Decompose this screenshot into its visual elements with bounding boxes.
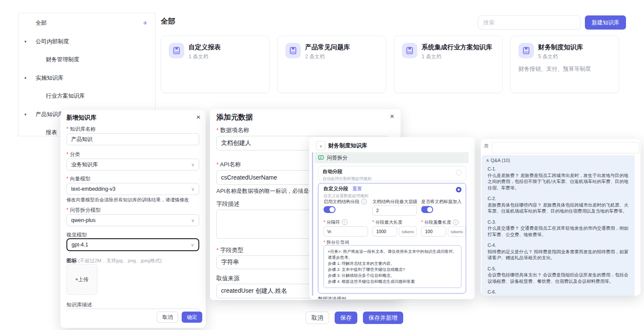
- vector-model-label: 向量模型: [66, 175, 90, 183]
- close-icon[interactable]: ×: [390, 113, 394, 120]
- qa-model-label: 问答拆分模型: [66, 207, 101, 214]
- max-level-label: 文档结构分段最大层级: [372, 199, 417, 205]
- auto-segment-title: 自动分段: [323, 168, 461, 175]
- sidebar-item-label: 全部: [36, 19, 47, 27]
- qa-section-header[interactable]: ∧ Q&A (10): [486, 158, 629, 163]
- auto-segment-subtitle: 自动处理分割和预处理规则: [323, 176, 461, 182]
- overlap-input[interactable]: 100: [421, 226, 446, 237]
- book-icon: [169, 43, 184, 58]
- reset-link[interactable]: 重置: [353, 186, 362, 192]
- chevron-down-icon: ∨: [191, 242, 194, 248]
- qa-item-id: C-4.: [488, 242, 629, 249]
- sidebar-item[interactable]: ▾ 公司内部制度: [18, 33, 155, 51]
- vector-model-select[interactable]: text-embedding-v3 ∨: [66, 183, 199, 195]
- tokens-unit: tokens: [448, 226, 466, 237]
- qa-item-id: C-1.: [488, 166, 629, 172]
- add-category-icon[interactable]: +: [143, 19, 147, 27]
- category-select[interactable]: 业务知识库 ∨: [66, 159, 199, 171]
- qa-split-icon: [318, 155, 324, 161]
- kb-card-title: 产品常见问题库: [305, 43, 350, 51]
- qa-list: C-1. 什么是差旅费？ 差旅费是指员工跨城市出差时，发生于出发地与目的地之间的…: [486, 166, 629, 296]
- separator-input[interactable]: \n: [323, 226, 368, 237]
- qa-item-text: 什么是培训费？ 培训费是指组织进行内部或外部培训时所发生的费用，包括内训和外训的…: [488, 296, 628, 296]
- back-button[interactable]: ‹: [316, 141, 326, 150]
- dialog-title: 新增知识库: [66, 114, 96, 122]
- chevron-down-icon[interactable]: ▾: [24, 76, 36, 80]
- auto-segment-option[interactable]: 自动分段 自动处理分割和预处理规则: [318, 166, 466, 181]
- qa-item[interactable]: C-4. 招待费的定义是什么？ 招待费是指因业务需要而发生的招待费用，如宴请客户…: [488, 242, 629, 261]
- clipped-input[interactable]: [492, 142, 639, 153]
- kb-card-title: 系统集成行业方案知识库: [422, 43, 492, 51]
- dialog-title: 添加元数据: [216, 112, 253, 122]
- upload-button[interactable]: +上传: [66, 264, 97, 295]
- cancel-button[interactable]: 取消: [306, 312, 329, 324]
- info-icon: i: [342, 219, 347, 225]
- sidebar-item[interactable]: ▾ 财务管理制度: [18, 51, 155, 69]
- kb-card[interactable]: 自定义报表 1 条文档: [161, 36, 270, 93]
- max-level-input[interactable]: 2: [372, 205, 417, 216]
- metadata-dialog-footer: 取消 保存 保存并新增: [306, 312, 403, 324]
- max-len-input[interactable]: 1000: [372, 226, 397, 237]
- vision-model-select[interactable]: gpt-4.1 ∨: [66, 238, 199, 251]
- field-type-label: 字段类型: [216, 246, 243, 254]
- kb-card[interactable]: 财务制度知识库 5 条文档 财务报销、支付、预算等制度: [510, 36, 619, 93]
- sidebar-item-label: 行业方案知识库: [36, 92, 85, 100]
- custom-segment-subtitle: 自定义设置数据处理规则: [323, 193, 466, 199]
- qa-item[interactable]: C-6. 什么是培训费？ 培训费是指组织进行内部或外部培训时所发生的费用，包括内…: [488, 289, 629, 296]
- vision-model-label: 视觉模型: [66, 231, 87, 239]
- qa-item-text: 什么是交通费？ 交通费是指员工在其常驻地发生的市内交通费用，例如打车费、公交费、…: [488, 225, 628, 237]
- prompt-label: 拆分引导词: [323, 240, 349, 246]
- custom-segment-title: 自定义分段: [323, 186, 348, 192]
- kb-card[interactable]: 产品常见问题库 2 条文档: [277, 36, 386, 93]
- kb-card-doc-count: 5 条文档: [538, 53, 558, 60]
- kb-card-title: 财务制度知识库: [538, 43, 583, 51]
- tab-label: 问答拆分: [327, 154, 347, 162]
- qa-model-select[interactable]: qwen-plus ∨: [66, 214, 199, 226]
- info-icon: i: [453, 219, 458, 225]
- kb-name-label: 知识库名称: [66, 126, 96, 133]
- chevron-down-icon: ∨: [191, 162, 195, 168]
- chevron-down-icon[interactable]: ▾: [24, 39, 36, 44]
- scrollbar[interactable]: [312, 152, 313, 296]
- title-chip-toggle[interactable]: [421, 206, 433, 213]
- save-button[interactable]: 保存: [335, 312, 357, 324]
- kb-name-input[interactable]: 产品知识: [66, 133, 199, 145]
- knowledge-base-app: 全部 + ▾ 公司内部制度 ▾ 财务管理制度 ▾ 实施知识库: [0, 0, 644, 330]
- qa-item-id: C-3.: [488, 219, 629, 225]
- ok-button[interactable]: 确定: [182, 312, 202, 323]
- max-len-label: 分段最大长度: [372, 219, 402, 225]
- qa-preview-panel: 用 ∧ Q&A (10) C-1. 什么是差旅费？ 差旅费是指员工跨城市出差时，…: [481, 139, 641, 296]
- cancel-button[interactable]: 取消: [157, 312, 178, 323]
- prompt-textarea[interactable]: <任务>: 用户将发送一段长文本。请仅使用长文本中的知识生成问答对。请逐步思考。…: [323, 245, 461, 288]
- kb-card[interactable]: 系统集成行业方案知识库 1 条文档: [394, 36, 503, 93]
- radio-unselected[interactable]: [456, 170, 461, 175]
- radio-selected[interactable]: [456, 187, 461, 192]
- qa-item[interactable]: C-3. 什么是交通费？ 交通费是指员工在其常驻地发生的市内交通费用，例如打车费…: [488, 219, 629, 238]
- vector-model-note: 修改向量模型后会清除所有知识库的训练结果，请谨慎修改: [66, 197, 189, 203]
- field-desc-label: 字段描述: [216, 200, 240, 208]
- sidebar-item-label: 公司内部制度: [36, 38, 69, 45]
- kb-card-desc: 财务报销、支付、预算等制度: [518, 65, 591, 73]
- sidebar-item-all[interactable]: 全部 +: [18, 14, 155, 33]
- qa-item[interactable]: C-5. 会议费包括哪些具体支出？ 会议费是指组织会议所发生的费用，包括会议场租…: [488, 266, 629, 285]
- save-and-new-button[interactable]: 保存并新增: [363, 312, 403, 324]
- qa-item-text: 招待费的定义是什么？ 招待费是指因业务需要而发生的招待费用，如宴请客户、赠送礼品…: [488, 249, 628, 261]
- struct-toggle[interactable]: [323, 206, 335, 213]
- close-icon[interactable]: ×: [196, 114, 201, 121]
- sidebar-item[interactable]: ▾ 行业方案知识库: [18, 87, 155, 105]
- tab-qa-split[interactable]: 问答拆分: [315, 152, 469, 163]
- chevron-down-icon: ∨: [191, 218, 195, 223]
- sidebar-item-label: 财务管理制度: [36, 56, 79, 63]
- kb-card-list: 自定义报表 1 条文档 产品常见问题库 2 条文档: [161, 36, 619, 93]
- qa-item[interactable]: C-2. 差旅费具体包括哪些内容？ 差旅费具体包括跨城市出差时的飞机票、火车票、…: [488, 195, 629, 214]
- category-label: 分类: [66, 151, 80, 158]
- clean-rules-label: 数据清洗规则: [318, 296, 346, 299]
- sidebar-item[interactable]: ▾ 实施知识库: [18, 69, 155, 87]
- kb-detail-panel: ‹ 财务制度知识库 问答拆分 自动分段 自动处理分割和预处理规则 自定义分段 重…: [309, 137, 475, 299]
- qa-item[interactable]: C-1. 什么是差旅费？ 差旅费是指员工跨城市出差时，发生于出发地与目的地之间的…: [488, 166, 629, 191]
- custom-segment-option[interactable]: 自定义分段 重置 自定义设置数据处理规则 启用文档结构分段i 文档结构分段最大层…: [318, 183, 466, 294]
- chevron-down-icon[interactable]: ▾: [24, 112, 36, 117]
- struct-toggle-label: 启用文档结构分段i: [323, 199, 367, 205]
- new-kb-button[interactable]: 新建知识库: [585, 15, 626, 30]
- search-input[interactable]: [478, 15, 581, 30]
